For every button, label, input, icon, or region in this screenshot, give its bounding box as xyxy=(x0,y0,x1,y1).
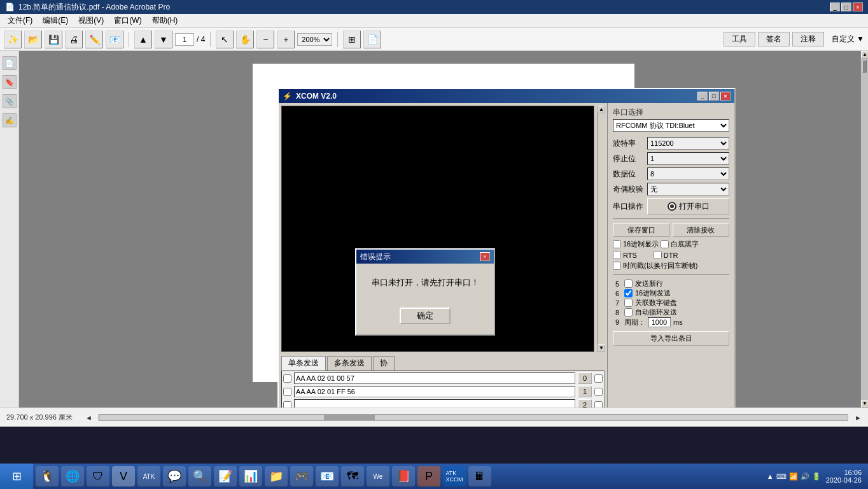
taskbar-app-ppt[interactable]: P xyxy=(417,466,440,486)
taskbar-app-browser[interactable]: 🌐 xyxy=(61,466,84,486)
tab-multi-send[interactable]: 多条发送 xyxy=(327,356,372,371)
zoom-select[interactable]: 200% xyxy=(297,33,332,46)
fit-width-button[interactable]: 📄 xyxy=(363,31,381,48)
taskbar-app-chrome[interactable]: 🔍 xyxy=(188,466,211,486)
taskbar-app-email[interactable]: 📧 xyxy=(316,466,339,486)
new-button[interactable]: ✨ xyxy=(4,31,22,48)
taskbar-app-welink[interactable]: We xyxy=(367,466,389,486)
hex-display-check[interactable] xyxy=(613,240,621,248)
send-row-1-check[interactable] xyxy=(283,388,291,396)
minimize-button[interactable]: _ xyxy=(830,3,840,11)
rts-check[interactable] xyxy=(613,251,621,259)
error-confirm-button[interactable]: 确定 xyxy=(400,308,451,324)
white-black-check[interactable] xyxy=(661,240,669,248)
receive-scrollbar[interactable]: ▲ ▼ xyxy=(597,106,605,352)
parity-select[interactable]: 无 xyxy=(647,183,729,195)
scroll-down-btn[interactable]: ▼ xyxy=(861,400,868,408)
print-button[interactable]: 🖨 xyxy=(65,31,83,48)
taskbar-app-calc[interactable]: 🖩 xyxy=(468,466,491,486)
next-page-button[interactable]: ▼ xyxy=(155,31,172,48)
data-select[interactable]: 8 xyxy=(647,167,729,180)
taskbar-app-atk2[interactable]: ATKXCOM xyxy=(443,466,466,486)
baud-select[interactable]: 115200 xyxy=(647,137,729,150)
clear-receive-btn[interactable]: 清除接收 xyxy=(673,223,730,237)
sidebar-pages-icon[interactable]: 📄 xyxy=(3,56,17,70)
zoom-out-button[interactable]: − xyxy=(256,31,274,48)
taskbar-app-pdf[interactable]: 📕 xyxy=(392,466,415,486)
open-button[interactable]: 📂 xyxy=(24,31,42,48)
import-export-btn[interactable]: 导入导出条目 xyxy=(613,331,729,346)
edit-button[interactable]: ✏️ xyxy=(85,31,103,48)
page-number-input[interactable] xyxy=(175,33,194,46)
taskbar-app-multi[interactable]: 📊 xyxy=(239,466,262,486)
open-port-button[interactable]: 打开串口 xyxy=(647,198,729,215)
hand-tool[interactable]: ✋ xyxy=(236,31,254,48)
dtr-check[interactable] xyxy=(654,251,662,259)
close-button[interactable]: × xyxy=(853,3,863,11)
send-row-0-input[interactable] xyxy=(294,372,575,384)
xcom-close[interactable]: × xyxy=(720,92,731,101)
cursor-tool[interactable]: ↖ xyxy=(216,31,234,48)
taskbar-app-atk[interactable]: ATK xyxy=(137,466,160,486)
menu-view[interactable]: 视图(V) xyxy=(73,14,109,27)
send-row-2-check[interactable] xyxy=(283,401,291,408)
hex-send-check[interactable] xyxy=(624,289,633,297)
sidebar-sign-icon[interactable]: ✍ xyxy=(3,113,17,127)
auto-loop-check[interactable] xyxy=(624,308,633,316)
taskbar-app-penguin[interactable]: 🐧 xyxy=(36,466,59,486)
send-row-1-input[interactable] xyxy=(294,386,575,397)
xcom-maximize[interactable]: □ xyxy=(709,92,719,101)
serial-select[interactable]: RFCOMM 协议 TDI:Bluet xyxy=(613,119,729,132)
tab-single-send[interactable]: 单条发送 xyxy=(281,356,326,371)
tools-button[interactable]: 工具 xyxy=(724,32,755,46)
new-line-check[interactable] xyxy=(624,280,633,288)
save-window-btn[interactable]: 保存窗口 xyxy=(613,223,670,237)
xcom-body: ▲ ▼ 单条发送 多条发送 协 0 xyxy=(279,103,734,408)
tab-protocol[interactable]: 协 xyxy=(373,356,395,371)
send-row-2-btn[interactable]: 2 xyxy=(578,399,592,408)
send-row-0-btn[interactable]: 0 xyxy=(578,372,592,384)
stop-select[interactable]: 1 xyxy=(647,152,729,165)
comment-button[interactable]: 注释 xyxy=(792,32,824,46)
menu-edit[interactable]: 编辑(E) xyxy=(38,14,73,27)
sidebar-bookmark-icon[interactable]: 🔖 xyxy=(3,75,17,89)
taskbar-app-shield[interactable]: 🛡 xyxy=(87,466,109,486)
receive-scroll-down[interactable]: ▼ xyxy=(598,344,605,352)
send-row-0-opt[interactable] xyxy=(594,374,603,383)
taskbar-app-folder[interactable]: 📁 xyxy=(265,466,288,486)
menu-help[interactable]: 帮助(H) xyxy=(147,14,183,27)
timestamp-check[interactable] xyxy=(613,262,621,270)
receive-scroll-up[interactable]: ▲ xyxy=(598,106,605,113)
maximize-button[interactable]: □ xyxy=(841,3,851,11)
send-row-1-opt[interactable] xyxy=(594,388,603,396)
start-button[interactable]: ⊞ xyxy=(0,464,33,489)
taskbar-app-map[interactable]: 🗺 xyxy=(341,466,364,486)
taskbar-app-vsecure[interactable]: V xyxy=(112,466,135,486)
taskbar-app-game[interactable]: 🎮 xyxy=(290,466,313,486)
menu-window[interactable]: 窗口(W) xyxy=(109,14,146,27)
bottom-scroll-thumb[interactable] xyxy=(324,415,375,420)
send-row-0-check[interactable] xyxy=(283,374,291,383)
send-row-1-btn[interactable]: 1 xyxy=(578,386,592,397)
numpad-check[interactable] xyxy=(624,299,633,307)
sign-button[interactable]: 签名 xyxy=(758,32,790,46)
prev-page-button[interactable]: ▲ xyxy=(134,31,152,48)
period-input[interactable] xyxy=(648,317,671,327)
taskbar-app-wechat[interactable]: 💬 xyxy=(163,466,186,486)
error-close-button[interactable]: × xyxy=(480,252,490,261)
send-row-2-opt[interactable] xyxy=(594,401,603,408)
scroll-thumb[interactable] xyxy=(862,60,867,73)
pdf-scrollbar[interactable]: ▲ ▼ xyxy=(860,51,868,408)
taskbar-app-notepad[interactable]: 📝 xyxy=(214,466,237,486)
scroll-up-btn[interactable]: ▲ xyxy=(861,51,868,59)
sidebar-attach-icon[interactable]: 📎 xyxy=(3,94,17,108)
xcom-minimize[interactable]: _ xyxy=(697,92,708,101)
zoom-in-button[interactable]: + xyxy=(277,31,295,48)
save-button[interactable]: 💾 xyxy=(45,31,62,48)
email-button[interactable]: 📧 xyxy=(106,31,123,48)
menu-file[interactable]: 文件(F) xyxy=(3,14,38,27)
fit-page-button[interactable]: ⊞ xyxy=(343,31,361,48)
tray-arrow[interactable]: ▲ xyxy=(767,472,774,480)
send-row-2-input[interactable] xyxy=(294,399,575,408)
bottom-scrollbar[interactable] xyxy=(99,415,848,421)
